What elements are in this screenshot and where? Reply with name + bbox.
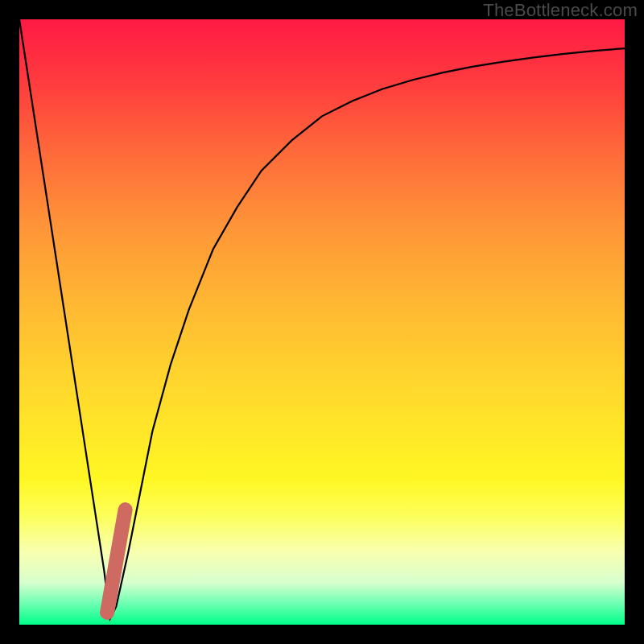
watermark-text: TheBottleneck.com: [483, 0, 638, 21]
accent-marker: [107, 510, 126, 613]
chart-frame: TheBottleneck.com: [0, 0, 644, 644]
curve-layer: [19, 19, 625, 625]
bottleneck-curve: [19, 19, 625, 618]
